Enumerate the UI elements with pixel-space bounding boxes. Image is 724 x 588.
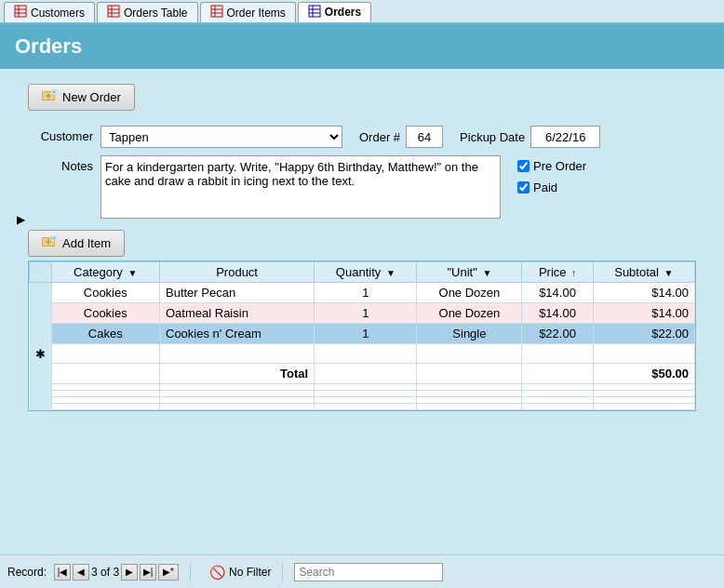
row-subtotal: $14.00: [593, 303, 694, 324]
nav-prev-button[interactable]: ◀: [73, 564, 89, 581]
svg-rect-12: [309, 6, 320, 17]
divider-1: [190, 563, 191, 581]
order-num-group: Order #: [359, 126, 443, 148]
table-row-new[interactable]: ✱: [30, 344, 695, 364]
row-product: Cookies n' Cream: [160, 324, 315, 344]
row-unit: One Dozen: [417, 303, 522, 324]
svg-rect-8: [211, 6, 222, 17]
data-table-wrapper: Category ▼ Product Quantity ▼ "Unit" ▼: [28, 261, 696, 411]
nav-first-button[interactable]: |◀: [54, 564, 71, 581]
total-empty-3: [417, 364, 522, 384]
table-row[interactable]: Cookies Butter Pecan 1 One Dozen $14.00 …: [30, 283, 695, 303]
row-quantity: 1: [315, 303, 417, 324]
table-row[interactable]: Cookies Oatmeal Raisin 1 One Dozen $14.0…: [30, 303, 695, 324]
record-label: Record:: [7, 566, 47, 579]
row-product: Oatmeal Raisin: [160, 303, 315, 324]
table-row[interactable]: Cakes Cookies n' Cream 1 Single $22.00 $…: [30, 324, 695, 344]
row-unit: One Dozen: [417, 283, 522, 303]
pre-order-checkbox[interactable]: [517, 160, 530, 172]
notes-label: Notes: [28, 155, 93, 173]
pickup-date-group: Pickup Date: [460, 126, 600, 148]
search-input[interactable]: [294, 563, 443, 581]
row-subtotal: $14.00: [593, 283, 694, 303]
notes-textarea[interactable]: For a kindergarten party. Write, "Happy …: [101, 155, 501, 219]
pickup-date-input[interactable]: [530, 126, 600, 148]
table-icon2: [107, 5, 120, 20]
sort-arrow-unit: ▼: [482, 268, 491, 278]
total-star: [30, 364, 52, 384]
row-star: [30, 283, 52, 303]
record-count: 3 of 3: [91, 566, 119, 579]
sort-arrow-qty: ▼: [386, 268, 396, 278]
customer-row: Customer Tappen Order # Pickup Date: [28, 126, 696, 148]
row-star: [30, 324, 52, 344]
add-item-button[interactable]: Add Item: [28, 230, 125, 257]
col-quantity[interactable]: Quantity ▼: [315, 262, 417, 283]
main-content: ▶ New Order Customer Tappen Order # Pick…: [0, 69, 724, 555]
total-empty-2: [315, 364, 417, 384]
tab-orders-table[interactable]: Orders Table: [97, 2, 197, 22]
filter-icon: 🚫: [209, 565, 225, 580]
pre-order-label: Pre Order: [533, 159, 586, 173]
tab-orders-label: Orders: [325, 6, 361, 19]
row-new-category: [51, 344, 160, 364]
page-title: Orders: [15, 34, 82, 59]
nav-next-button[interactable]: ▶: [121, 564, 138, 581]
divider-2: [282, 563, 283, 581]
page-header: Orders: [0, 24, 724, 69]
row-category: Cakes: [51, 324, 160, 344]
record-indicator: ▶: [17, 213, 25, 226]
empty-row-2: [30, 391, 695, 397]
nav-new-button[interactable]: ▶*: [158, 564, 179, 581]
row-new-price: [522, 344, 593, 364]
col-subtotal[interactable]: Subtotal ▼: [593, 262, 694, 283]
table-icon4: [308, 5, 321, 20]
status-bar: Record: |◀ ◀ 3 of 3 ▶ ▶| ▶* 🚫 No Filter: [0, 555, 724, 588]
new-order-label: New Order: [62, 90, 121, 104]
empty-row-4: [30, 404, 695, 410]
sort-arrow-category: ▼: [127, 268, 137, 278]
customer-label: Customer: [28, 126, 93, 143]
total-empty-4: [522, 364, 593, 384]
order-num-input[interactable]: [406, 126, 443, 148]
orders-table: Category ▼ Product Quantity ▼ "Unit" ▼: [29, 261, 695, 410]
row-unit: Single: [417, 324, 522, 344]
navigation-group: |◀ ◀ 3 of 3 ▶ ▶| ▶*: [54, 564, 179, 581]
svg-rect-4: [108, 6, 119, 17]
tab-bar: Customers Orders Table Order Items: [0, 0, 724, 24]
row-new-subtotal: [593, 344, 694, 364]
sort-arrow-price: ↑: [571, 268, 576, 278]
nav-last-button[interactable]: ▶|: [140, 564, 156, 581]
add-item-icon: [42, 235, 57, 251]
col-price[interactable]: Price ↑: [522, 262, 593, 283]
paid-checkbox[interactable]: [517, 181, 530, 194]
total-label: Total: [160, 364, 315, 384]
col-star: [30, 262, 52, 283]
filter-label: No Filter: [229, 566, 271, 579]
notes-row: Notes For a kindergarten party. Write, "…: [28, 155, 696, 219]
row-price: $22.00: [522, 324, 593, 344]
paid-row: Paid: [517, 180, 586, 194]
tab-order-items[interactable]: Order Items: [200, 2, 296, 22]
table-icon3: [210, 5, 223, 20]
customer-select[interactable]: Tappen: [101, 126, 342, 148]
svg-rect-0: [15, 6, 26, 17]
row-quantity: 1: [315, 324, 417, 344]
row-category: Cookies: [51, 303, 160, 324]
row-quantity: 1: [315, 283, 417, 303]
col-category[interactable]: Category ▼: [51, 262, 160, 283]
total-row: Total $50.00: [30, 364, 695, 384]
tab-orders[interactable]: Orders: [298, 2, 371, 22]
pre-order-row: Pre Order: [517, 159, 586, 173]
col-product[interactable]: Product: [160, 262, 315, 283]
table-area: Category ▼ Product Quantity ▼ "Unit" ▼: [28, 261, 696, 411]
tab-customers[interactable]: Customers: [4, 2, 95, 22]
col-unit[interactable]: "Unit" ▼: [417, 262, 522, 283]
total-value: $50.00: [593, 364, 694, 384]
total-empty-1: [51, 364, 160, 384]
row-product: Butter Pecan: [160, 283, 315, 303]
new-order-button[interactable]: New Order: [28, 84, 135, 111]
tab-orders-table-label: Orders Table: [124, 7, 187, 20]
filter-group: 🚫 No Filter: [209, 565, 271, 580]
row-new-quantity: [315, 344, 417, 364]
